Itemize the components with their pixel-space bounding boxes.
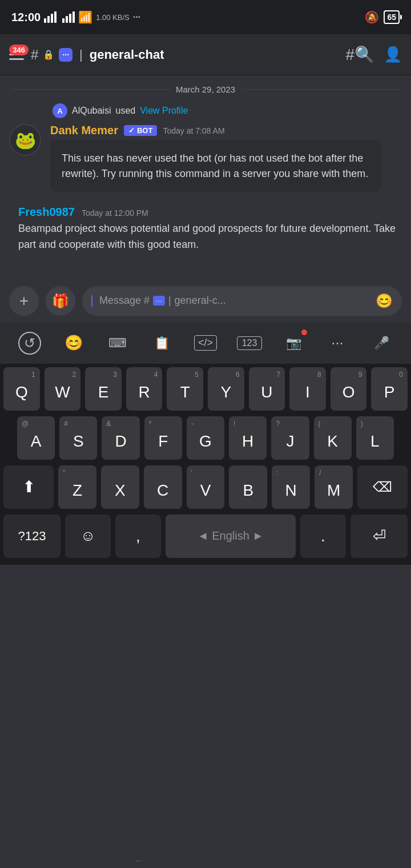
message-input-field[interactable]: Message # ··· | general-c... 😊 — [82, 286, 402, 316]
bot-message-group: A AlQubaisi used View Profile 🐸 Dank Mem… — [9, 103, 402, 192]
key-r[interactable]: 4 R — [126, 367, 163, 411]
toolbar-keyboard-button[interactable]: ⌨ — [97, 323, 138, 364]
toolbar-clipboard-button[interactable]: 📋 — [141, 323, 182, 364]
gift-button[interactable]: 🎁 — [46, 286, 75, 316]
view-profile-action: used — [115, 106, 135, 116]
period-key[interactable]: . — [300, 515, 346, 558]
members-icon[interactable]: 👤 — [384, 46, 402, 63]
comma-key[interactable]: , ··· — [115, 515, 161, 558]
comma-sub: ··· — [135, 857, 141, 865]
network-speed: 1.00 KB/S — [96, 13, 130, 22]
shift-key[interactable]: ⬆ — [3, 465, 54, 509]
user-name: Fresh0987 — [18, 206, 75, 219]
placeholder-dots-icon: ··· — [153, 296, 165, 306]
toolbar-code-button[interactable]: </> — [185, 323, 226, 364]
numbers-switch-label: ?123 — [18, 529, 46, 544]
space-key[interactable]: ◄ English ► — [166, 515, 296, 558]
header-left: 346 — [9, 49, 24, 60]
search-channel-icon[interactable]: #🔍 — [345, 45, 374, 64]
placeholder-text: Message # — [99, 295, 150, 307]
clipboard-icon: 📋 — [154, 336, 170, 351]
key-o[interactable]: 9 O — [331, 367, 367, 411]
status-right: 🔕 65 — [365, 10, 400, 24]
key-e[interactable]: 3 E — [85, 367, 122, 411]
key-f[interactable]: * F — [144, 416, 182, 460]
more-icon: ··· — [331, 334, 344, 352]
key-z[interactable]: " Z — [58, 465, 96, 509]
user-message-time: Today at 12:00 PM — [82, 208, 148, 218]
mute-icon: 🔕 — [365, 10, 379, 24]
key-j[interactable]: ? J — [271, 416, 309, 460]
toolbar-autocorrect-button[interactable]: ↺ — [9, 323, 50, 364]
keyboard-row-3: ⬆ " Z X C ' V B : N / M ⌫ — [0, 465, 411, 509]
keyboard: 1 Q 2 W 3 E 4 R 5 T 6 Y 7 U 8 I — [0, 364, 411, 565]
key-q[interactable]: 1 Q — [3, 367, 40, 411]
return-key[interactable]: ⏎ — [350, 515, 408, 558]
battery-level: 65 — [387, 13, 396, 22]
keyboard-bottom-row: ?123 ☺ , ··· ◄ English ► . ⏎ — [0, 515, 411, 565]
channel-name: general-chat — [90, 47, 164, 62]
key-t[interactable]: 5 T — [167, 367, 203, 411]
ellipsis: ··· — [133, 12, 140, 22]
numbers-switch-key[interactable]: ?123 — [3, 515, 61, 558]
media-notification-dot — [301, 329, 307, 335]
bot-avatar: 🐸 — [9, 124, 41, 156]
battery-icon: 65 — [384, 10, 400, 24]
code-icon: </> — [194, 335, 217, 351]
header-actions: #🔍 👤 — [345, 45, 402, 64]
keyboard-toolbar: ↺ 😊 ⌨ 📋 </> 123 📷 ··· 🎤 — [0, 323, 411, 364]
key-b[interactable]: B — [229, 465, 267, 509]
key-n[interactable]: : N — [272, 465, 310, 509]
toolbar-media-button[interactable]: 📷 — [273, 323, 314, 364]
date-divider: March 29, 2023 — [0, 75, 411, 103]
key-l[interactable]: ) L — [356, 416, 394, 460]
signal-bars — [44, 11, 57, 23]
toolbar-emoji-button[interactable]: 😊 — [53, 323, 94, 364]
key-y[interactable]: 6 Y — [208, 367, 244, 411]
bot-badge: ✓ BOT — [124, 125, 157, 136]
numbers-icon: 123 — [237, 336, 263, 350]
microphone-icon: 🎤 — [374, 336, 389, 351]
bot-name-row: Dank Memer ✓ BOT Today at 7:08 AM — [50, 124, 402, 137]
key-s[interactable]: # S — [59, 416, 97, 460]
key-c[interactable]: C — [144, 465, 182, 509]
key-h[interactable]: ! H — [229, 416, 267, 460]
toolbar-microphone-button[interactable]: 🎤 — [361, 323, 402, 364]
hash-icon: # — [31, 47, 38, 63]
delete-icon: ⌫ — [373, 479, 392, 495]
text-cursor — [91, 295, 92, 307]
view-profile-link[interactable]: View Profile — [140, 106, 188, 116]
key-u[interactable]: 7 U — [249, 367, 285, 411]
add-attachment-button[interactable]: + — [9, 286, 39, 316]
menu-button[interactable]: 346 — [9, 49, 24, 60]
key-x[interactable]: X — [101, 465, 139, 509]
key-i[interactable]: 8 I — [289, 367, 326, 411]
comma-label: , — [136, 527, 140, 545]
delete-key[interactable]: ⌫ — [357, 465, 408, 509]
chat-area: A AlQubaisi used View Profile 🐸 Dank Mem… — [0, 103, 411, 262]
emoji-key[interactable]: ☺ — [65, 515, 111, 558]
lock-icon: 🔒 — [43, 49, 54, 60]
bot-message-content: Dank Memer ✓ BOT Today at 7:08 AM This u… — [50, 124, 402, 192]
shift-icon: ⬆ — [22, 477, 35, 496]
toolbar-numbers-button[interactable]: 123 — [229, 323, 270, 364]
key-v[interactable]: ' V — [187, 465, 225, 509]
emoji-button[interactable]: 😊 — [376, 293, 393, 309]
input-placeholder: Message # ··· | general-c... — [99, 295, 371, 307]
bot-message-time: Today at 7:08 AM — [163, 126, 224, 135]
emoji-key-icon: ☺ — [80, 527, 96, 545]
plus-icon: + — [19, 292, 29, 310]
key-a[interactable]: @ A — [17, 416, 55, 460]
key-d[interactable]: & D — [102, 416, 139, 460]
key-p[interactable]: 0 P — [371, 367, 408, 411]
notification-badge: 346 — [9, 45, 29, 55]
bot-badge-text: BOT — [137, 126, 152, 135]
gift-icon: 🎁 — [52, 293, 69, 309]
key-m[interactable]: / M — [315, 465, 353, 509]
key-w[interactable]: 2 W — [45, 367, 81, 411]
key-g[interactable]: - G — [187, 416, 224, 460]
key-k[interactable]: ( K — [314, 416, 352, 460]
keyboard-icon: ⌨ — [108, 336, 127, 351]
toolbar-more-button[interactable]: ··· — [317, 323, 358, 364]
date-label: March 29, 2023 — [176, 85, 235, 94]
